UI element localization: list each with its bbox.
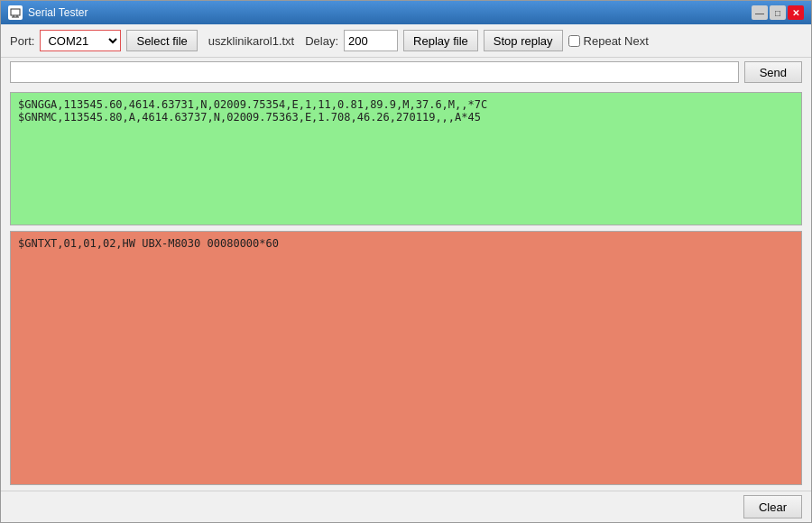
- maximize-button[interactable]: □: [770, 5, 786, 20]
- send-input[interactable]: [10, 61, 739, 83]
- replay-file-button[interactable]: Replay file: [403, 30, 478, 51]
- port-select[interactable]: COM21 COM1 COM2 COM3: [40, 30, 121, 51]
- repeat-next-checkbox[interactable]: [568, 35, 580, 47]
- select-file-button[interactable]: Select file: [126, 30, 197, 51]
- app-icon: [8, 5, 23, 20]
- close-button[interactable]: ✕: [788, 5, 804, 20]
- filename-display: uszklinikarol1.txt: [203, 32, 300, 50]
- port-label: Port:: [10, 34, 34, 48]
- send-row: Send: [1, 58, 811, 87]
- title-bar-left: Serial Tester: [8, 5, 88, 20]
- content-area: $GNGGA,113545.60,4614.63731,N,02009.7535…: [1, 87, 811, 491]
- send-button[interactable]: Send: [744, 61, 802, 83]
- toolbar: Port: COM21 COM1 COM2 COM3 Select file u…: [1, 24, 811, 58]
- window-title: Serial Tester: [28, 6, 88, 19]
- repeat-next-label[interactable]: Repeat Next: [568, 34, 649, 48]
- green-output-panel: $GNGGA,113545.60,4614.63731,N,02009.7535…: [10, 92, 802, 225]
- stop-replay-button[interactable]: Stop replay: [484, 30, 563, 51]
- clear-button[interactable]: Clear: [743, 495, 802, 518]
- status-bar: Clear: [1, 491, 811, 522]
- title-bar: Serial Tester — □ ✕: [1, 1, 811, 24]
- main-window: Serial Tester — □ ✕ Port: COM21 COM1 COM…: [0, 0, 812, 523]
- delay-label: Delay:: [305, 34, 338, 48]
- minimize-button[interactable]: —: [752, 5, 768, 20]
- delay-input[interactable]: [344, 30, 398, 51]
- window-controls: — □ ✕: [752, 5, 804, 20]
- red-output-panel: $GNTXT,01,01,02,HW UBX-M8030 00080000*60: [10, 231, 802, 485]
- svg-rect-0: [11, 9, 20, 15]
